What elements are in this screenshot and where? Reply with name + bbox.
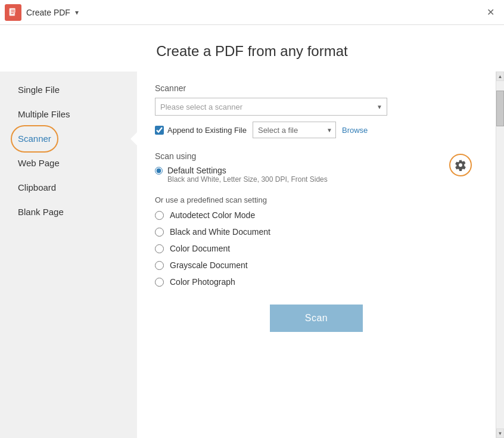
scan-using-section: Scan using Default Settings Black and Wh… [155, 151, 478, 186]
default-settings-radio[interactable] [155, 167, 163, 175]
sidebar-item-multiple-files[interactable]: Multiple Files [0, 102, 137, 126]
radio-row-grayscale-doc: Grayscale Document [155, 260, 478, 270]
append-checkbox-label[interactable]: Append to Existing File [155, 126, 247, 135]
predefined-label: Or use a predefined scan setting [155, 195, 478, 204]
svg-rect-4 [15, 13, 18, 16]
scroll-arrow-down[interactable]: ▼ [496, 428, 504, 438]
right-panel: Scanner Please select a scanner ▼ Append… [137, 72, 496, 438]
scan-using-header: Scan using Default Settings Black and Wh… [155, 151, 478, 186]
page-title: Create a PDF from any format [0, 25, 504, 72]
scrollbar-track: ▲ ▼ [496, 72, 504, 438]
scan-btn-row: Scan [155, 305, 478, 332]
radio-bw-doc[interactable] [155, 228, 164, 237]
title-bar-left: Create PDF ▾ [5, 4, 79, 21]
radio-color-photo-label[interactable]: Color Photograph [170, 277, 235, 287]
radio-grayscale-doc-label[interactable]: Grayscale Document [170, 260, 248, 270]
default-settings-text: Default Settings Black and White, Letter… [167, 166, 328, 184]
radio-bw-doc-label[interactable]: Black and White Document [170, 227, 270, 237]
file-select[interactable]: Select a file [253, 122, 336, 138]
sidebar-item-clipboard[interactable]: Clipboard [0, 175, 137, 200]
scanner-select-wrapper: Please select a scanner ▼ [155, 98, 387, 116]
scroll-thumb[interactable] [496, 91, 504, 126]
svg-rect-1 [11, 10, 14, 10]
app-icon [5, 4, 21, 21]
sidebar-item-blank-page[interactable]: Blank Page [0, 200, 137, 224]
default-settings-main-label: Default Settings [167, 166, 328, 175]
default-settings-option: Default Settings Black and White, Letter… [155, 166, 449, 184]
body-area: Single File Multiple Files Scanner Web P… [0, 72, 504, 438]
svg-rect-3 [11, 13, 14, 13]
main-content: Create a PDF from any format Single File… [0, 25, 504, 438]
scanner-select[interactable]: Please select a scanner [155, 98, 387, 116]
scanner-section-label: Scanner [155, 83, 478, 93]
sidebar-item-web-page[interactable]: Web Page [0, 151, 137, 175]
file-select-wrapper: Select a file ▼ [253, 122, 336, 138]
gear-icon [455, 159, 466, 171]
title-bar: Create PDF ▾ ✕ [0, 0, 504, 25]
close-button[interactable]: ✕ [482, 5, 499, 20]
predefined-radio-list: Autodetect Color Mode Black and White Do… [155, 210, 478, 287]
radio-row-bw-doc: Black and White Document [155, 227, 478, 237]
sidebar-item-single-file[interactable]: Single File [0, 77, 137, 102]
radio-row-autodetect: Autodetect Color Mode [155, 210, 478, 220]
scroll-space [496, 126, 504, 428]
radio-autodetect[interactable] [155, 211, 164, 220]
browse-link[interactable]: Browse [342, 126, 368, 135]
radio-row-color-doc: Color Document [155, 244, 478, 253]
sidebar-item-scanner[interactable]: Scanner [0, 126, 137, 151]
radio-row-color-photo: Color Photograph [155, 277, 478, 287]
radio-color-photo[interactable] [155, 278, 164, 287]
app-title: Create PDF [26, 8, 70, 17]
title-dropdown-arrow[interactable]: ▾ [75, 8, 79, 17]
radio-color-doc[interactable] [155, 244, 164, 253]
default-settings-sub-label: Black and White, Letter Size, 300 DPI, F… [167, 175, 328, 184]
gear-button[interactable] [449, 154, 472, 176]
append-row: Append to Existing File Select a file ▼ … [155, 122, 478, 138]
radio-autodetect-label[interactable]: Autodetect Color Mode [170, 210, 255, 220]
scanner-dropdown-row: Please select a scanner ▼ [155, 98, 478, 116]
scroll-arrow-up[interactable]: ▲ [496, 72, 504, 81]
radio-color-doc-label[interactable]: Color Document [170, 244, 230, 253]
scan-using-left: Scan using Default Settings Black and Wh… [155, 151, 449, 186]
sidebar: Single File Multiple Files Scanner Web P… [0, 72, 137, 438]
scan-button[interactable]: Scan [270, 305, 363, 332]
scanner-label-wrapper: Scanner [18, 133, 51, 144]
scan-using-label: Scan using [155, 151, 449, 161]
svg-rect-2 [11, 11, 14, 12]
radio-grayscale-doc[interactable] [155, 261, 164, 270]
append-checkbox[interactable] [155, 126, 164, 135]
